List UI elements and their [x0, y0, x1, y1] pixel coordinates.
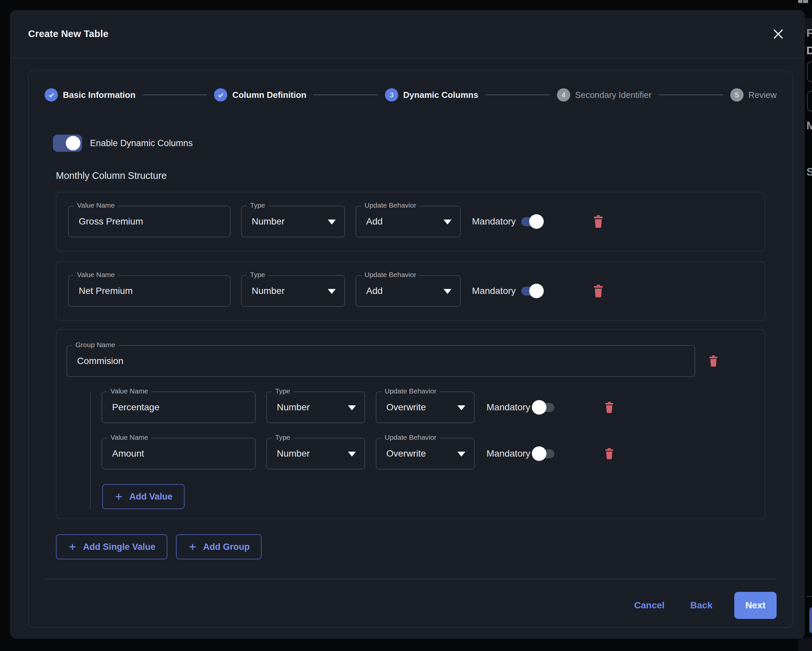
plus-icon	[114, 492, 124, 501]
step-label: Column Definition	[232, 90, 306, 100]
value-name-field[interactable]: Value Name Amount	[102, 438, 256, 470]
check-icon	[214, 88, 227, 102]
stepper-connector	[143, 95, 207, 95]
field-value: Amount	[112, 448, 144, 459]
check-icon	[45, 88, 58, 102]
delete-icon[interactable]	[604, 401, 614, 414]
group-value-row: Value Name Amount Type Number Update Beh…	[102, 438, 765, 470]
toggle-knob	[532, 446, 546, 461]
add-single-value-button[interactable]: Add Single Value	[56, 534, 167, 560]
field-label: Type	[272, 387, 293, 395]
group-name-row: Group Name Commision	[67, 345, 755, 377]
field-label: Update Behavior	[362, 271, 419, 279]
field-label: Type	[272, 433, 293, 441]
single-value-row: Value Name Gross Premium Type Number Upd…	[56, 192, 765, 251]
delete-icon[interactable]	[708, 355, 718, 367]
field-value: Overwrite	[386, 402, 426, 413]
add-group-button[interactable]: Add Group	[176, 534, 262, 560]
dialog-header: Create New Table	[10, 10, 805, 58]
field-label: Value Name	[74, 271, 118, 279]
field-label: Value Name	[74, 201, 118, 209]
background-field-fragment	[807, 61, 812, 82]
mandatory-toggle[interactable]	[521, 284, 542, 299]
value-name-field[interactable]: Value Name Percentage	[102, 392, 256, 423]
section-heading: Monthly Column Structure	[56, 170, 765, 181]
delete-icon[interactable]	[593, 215, 604, 228]
field-value: Number	[277, 402, 310, 413]
step-secondary-identifier[interactable]: 4 Secondary Identifier	[557, 88, 652, 102]
step-review[interactable]: 5 Review	[730, 88, 777, 102]
background-fragment	[798, 0, 803, 3]
field-label: Update Behavior	[362, 201, 419, 209]
chevron-down-icon	[348, 406, 356, 410]
delete-icon[interactable]	[593, 284, 604, 297]
field-value: Add	[366, 286, 383, 296]
type-select[interactable]: Type Number	[241, 275, 345, 307]
field-label: Type	[247, 201, 268, 209]
back-button[interactable]: Back	[686, 598, 716, 613]
step-basic-information[interactable]: Basic Information	[45, 88, 136, 102]
field-label: Type	[247, 271, 268, 279]
footer-divider	[45, 579, 777, 579]
update-behavior-select[interactable]: Update Behavior Add	[356, 206, 461, 237]
enable-dynamic-columns-toggle[interactable]	[53, 134, 82, 152]
add-buttons-row: Add Single Value Add Group	[56, 534, 765, 560]
toggle-knob	[532, 400, 546, 415]
group-row: Group Name Commision Value Name Percenta…	[56, 329, 765, 519]
stepper: Basic Information Column Definition 3 Dy…	[45, 88, 777, 102]
mandatory-label: Mandatory	[472, 216, 516, 227]
toggle-knob	[529, 284, 544, 298]
step-number: 5	[730, 88, 743, 102]
step-label: Secondary Identifier	[575, 90, 652, 100]
group-name-field[interactable]: Group Name Commision	[67, 345, 695, 377]
mandatory-label: Mandatory	[487, 448, 530, 459]
step-label: Review	[748, 90, 777, 100]
dynamic-columns-content: Enable Dynamic Columns Monthly Column St…	[56, 134, 765, 560]
chevron-down-icon	[444, 289, 452, 294]
mandatory-label: Mandatory	[472, 286, 516, 296]
close-icon[interactable]	[771, 27, 786, 41]
update-behavior-select[interactable]: Update Behavior Overwrite	[376, 438, 475, 470]
create-table-dialog: Create New Table Basic Information Colum…	[10, 10, 805, 639]
field-value: Overwrite	[386, 448, 426, 459]
delete-icon[interactable]	[604, 447, 614, 460]
field-label: Value Name	[107, 387, 151, 395]
mandatory-toggle[interactable]	[534, 400, 555, 415]
group-value-row: Value Name Percentage Type Number Update…	[102, 392, 765, 423]
next-button[interactable]: Next	[734, 592, 777, 619]
background-card-fragment	[798, 637, 812, 651]
chevron-down-icon	[458, 406, 466, 410]
chevron-down-icon	[328, 289, 336, 294]
button-label: Add Single Value	[83, 542, 156, 552]
plus-icon	[68, 542, 77, 552]
value-name-field[interactable]: Value Name Net Premium	[68, 275, 230, 307]
stepper-connector	[659, 95, 723, 95]
field-label: Update Behavior	[382, 387, 439, 395]
type-select[interactable]: Type Number	[266, 392, 365, 423]
dialog-footer: Cancel Back Next	[45, 592, 777, 619]
add-value-button[interactable]: Add Value	[102, 484, 185, 509]
plus-icon	[188, 542, 197, 552]
single-value-row: Value Name Net Premium Type Number Updat…	[56, 261, 765, 321]
cancel-button[interactable]: Cancel	[630, 598, 669, 613]
update-behavior-select[interactable]: Update Behavior Add	[356, 275, 461, 307]
background-clipped-text: F	[806, 26, 812, 39]
chevron-down-icon	[458, 451, 466, 457]
step-label: Basic Information	[63, 90, 136, 100]
value-name-field[interactable]: Value Name Gross Premium	[68, 206, 230, 237]
field-value: Gross Premium	[79, 216, 143, 227]
field-label: Value Name	[107, 433, 151, 441]
background-field-fragment	[807, 91, 812, 111]
step-column-definition[interactable]: Column Definition	[214, 88, 306, 102]
dialog-title: Create New Table	[28, 29, 108, 39]
mandatory-toggle[interactable]	[521, 214, 542, 229]
type-select[interactable]: Type Number	[266, 438, 365, 470]
toggle-knob	[66, 136, 80, 151]
background-clipped-text: M	[806, 119, 812, 132]
step-dynamic-columns[interactable]: 3 Dynamic Columns	[385, 88, 478, 102]
enable-dynamic-columns-label: Enable Dynamic Columns	[90, 138, 193, 148]
type-select[interactable]: Type Number	[241, 206, 345, 237]
field-value: Commision	[77, 356, 124, 366]
update-behavior-select[interactable]: Update Behavior Overwrite	[376, 392, 475, 423]
mandatory-toggle[interactable]	[534, 446, 555, 461]
